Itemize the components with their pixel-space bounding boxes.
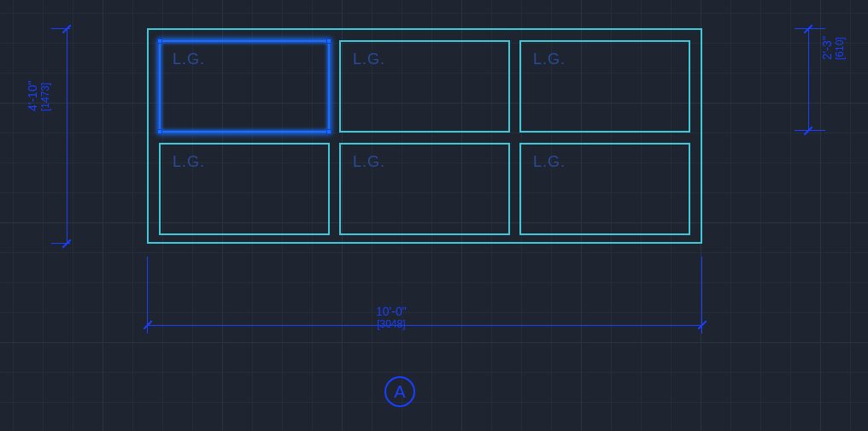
storefront-outer-frame[interactable]: L.G. L.G. L.G. L.G. L.G. L.G.: [147, 28, 702, 244]
dimension-arrow-icon: [144, 321, 152, 329]
dimension-value-imperial: 4'-10": [26, 80, 39, 111]
dimension-value-metric: [610]: [834, 36, 846, 60]
pane-label: L.G.: [533, 153, 566, 171]
dimension-value-imperial: 10'-0": [376, 304, 407, 318]
pane-label: L.G.: [173, 50, 205, 68]
drawing-canvas[interactable]: L.G. L.G. L.G. L.G. L.G. L.G. 4'-10": [0, 0, 868, 431]
dimension-line-pane-height[interactable]: [808, 28, 809, 131]
resize-handle-top-right[interactable]: [326, 38, 331, 44]
pane-label: L.G.: [353, 153, 385, 171]
glass-pane-4[interactable]: L.G.: [159, 143, 330, 235]
dimension-text-pane-height[interactable]: 2'-3" [610]: [820, 36, 846, 60]
glass-pane-5[interactable]: L.G.: [339, 143, 510, 235]
dimension-arrow-icon: [804, 127, 812, 135]
dimension-arrow-icon: [698, 321, 707, 329]
svg-line-2: [804, 25, 812, 33]
glass-pane-1[interactable]: L.G.: [159, 40, 330, 133]
pane-label: L.G.: [173, 153, 205, 171]
svg-line-5: [698, 321, 707, 329]
dimension-value-imperial: 2'-3": [820, 36, 834, 60]
pane-label: L.G.: [533, 50, 566, 68]
dimension-arrow-icon: [62, 239, 71, 248]
dimension-text-width[interactable]: 10'-0" [3048]: [376, 304, 407, 330]
svg-line-0: [62, 25, 71, 33]
pane-label: L.G.: [353, 50, 385, 68]
svg-line-1: [62, 239, 71, 248]
svg-line-3: [804, 127, 812, 135]
elevation-tag[interactable]: A: [384, 376, 415, 407]
dimension-value-metric: [1473]: [39, 80, 51, 111]
dimension-value-metric: [3048]: [376, 318, 407, 330]
resize-handle-top-left[interactable]: [157, 38, 162, 44]
dimension-line-height[interactable]: [67, 28, 67, 244]
dimension-arrow-icon: [804, 25, 812, 33]
glass-pane-3[interactable]: L.G.: [519, 40, 690, 133]
glass-pane-6[interactable]: L.G.: [519, 143, 690, 235]
dimension-arrow-icon: [62, 25, 71, 33]
resize-handle-bottom-left[interactable]: [157, 129, 162, 134]
dimension-line-width[interactable]: [147, 325, 702, 326]
elevation-tag-letter: A: [394, 382, 405, 402]
svg-line-4: [144, 321, 152, 329]
glass-pane-2[interactable]: L.G.: [339, 40, 510, 133]
resize-handle-bottom-right[interactable]: [326, 129, 331, 134]
dimension-text-height[interactable]: 4'-10" [1473]: [26, 80, 51, 111]
